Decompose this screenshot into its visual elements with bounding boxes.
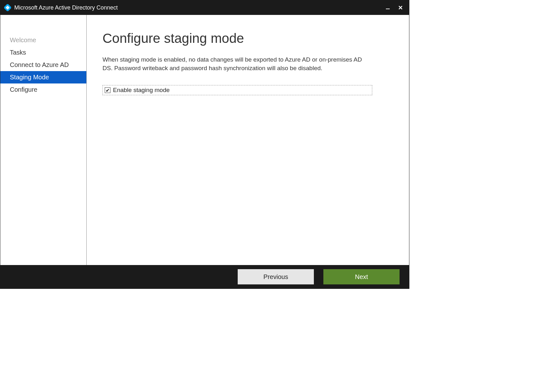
azure-icon — [4, 4, 11, 11]
checkbox-icon: ✔ — [105, 87, 110, 93]
sidebar-item-staging-mode[interactable]: Staging Mode — [0, 71, 86, 83]
close-button[interactable] — [396, 3, 405, 12]
previous-button[interactable]: Previous — [238, 269, 314, 284]
checkbox-label: Enable staging mode — [113, 87, 170, 94]
sidebar-item-welcome[interactable]: Welcome — [0, 34, 86, 46]
content: Welcome Tasks Connect to Azure AD Stagin… — [0, 15, 409, 265]
app-title: Microsoft Azure Active Directory Connect — [14, 4, 380, 11]
minimize-button[interactable] — [383, 3, 393, 12]
svg-rect-2 — [386, 9, 390, 9]
next-button[interactable]: Next — [323, 269, 400, 284]
enable-staging-mode-checkbox[interactable]: ✔ Enable staging mode — [103, 85, 372, 95]
sidebar-item-tasks[interactable]: Tasks — [0, 46, 86, 59]
footer: Previous Next — [0, 265, 409, 289]
main-panel: Configure staging mode When staging mode… — [87, 15, 409, 265]
titlebar: Microsoft Azure Active Directory Connect — [0, 0, 409, 15]
sidebar: Welcome Tasks Connect to Azure AD Stagin… — [0, 15, 87, 265]
page-description: When staging mode is enabled, no data ch… — [103, 56, 369, 72]
sidebar-item-connect-azure-ad[interactable]: Connect to Azure AD — [0, 59, 86, 71]
page-title: Configure staging mode — [103, 31, 393, 46]
sidebar-item-configure[interactable]: Configure — [0, 83, 86, 96]
